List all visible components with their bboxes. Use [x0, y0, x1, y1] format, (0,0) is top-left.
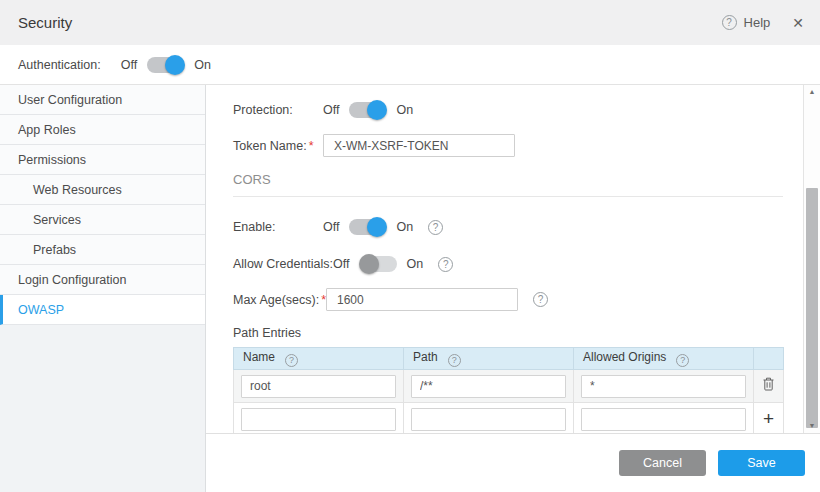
column-header-allowed-origins: Allowed Origins?	[574, 348, 754, 370]
authentication-bar: Authentication: Off On	[0, 45, 820, 85]
scrollbar-thumb[interactable]	[806, 188, 818, 428]
security-dialog: Security ? Help ✕ Authentication: Off On…	[0, 0, 820, 492]
token-name-label: Token Name:*	[233, 139, 323, 153]
delete-row-button[interactable]	[762, 377, 775, 391]
path-entries-table: Name? Path? Allowed Origins?	[233, 347, 784, 433]
sidebar-item-web-resources[interactable]: Web Resources	[0, 175, 205, 205]
table-row	[234, 370, 784, 403]
enable-label: Enable:	[233, 220, 323, 234]
plus-icon: +	[763, 408, 774, 429]
allow-credentials-off-label: Off	[333, 257, 349, 271]
allow-credentials-toggle-group: Off On	[333, 256, 423, 272]
allow-credentials-help-icon[interactable]: ?	[438, 257, 453, 272]
sidebar-item-label: Web Resources	[33, 183, 122, 197]
scroll-down-arrow-icon[interactable]: ▼	[804, 421, 820, 431]
max-age-label-text: Max Age(secs):	[233, 293, 319, 307]
column-header-label: Name	[243, 350, 275, 364]
column-header-label: Path	[413, 350, 438, 364]
enable-help-icon[interactable]: ?	[428, 220, 443, 235]
dialog-header: Security ? Help ✕	[0, 0, 820, 45]
row2-name-input[interactable]	[241, 408, 396, 431]
authentication-label: Authentication:	[18, 58, 101, 72]
toggle-knob	[165, 55, 185, 75]
path-help-icon[interactable]: ?	[448, 354, 461, 367]
save-button[interactable]: Save	[718, 450, 805, 476]
scroll-up-arrow-icon[interactable]: ▲	[804, 87, 820, 97]
sidebar-item-login-configuration[interactable]: Login Configuration	[0, 265, 205, 295]
sidebar-item-label: Services	[33, 213, 81, 227]
token-name-label-text: Token Name:	[233, 139, 307, 153]
column-header-name: Name?	[234, 348, 404, 370]
close-icon[interactable]: ✕	[792, 15, 804, 31]
sidebar-item-label: Permissions	[18, 153, 86, 167]
row1-name-input[interactable]	[241, 375, 396, 398]
max-age-help-icon[interactable]: ?	[533, 292, 548, 307]
authentication-toggle[interactable]	[147, 57, 184, 73]
sidebar-item-label: App Roles	[18, 123, 76, 137]
authentication-off-label: Off	[121, 58, 137, 72]
sidebar-item-label: User Configuration	[18, 93, 122, 107]
path-entries-label: Path Entries	[233, 326, 785, 340]
cancel-button[interactable]: Cancel	[619, 450, 706, 476]
column-header-label: Allowed Origins	[583, 350, 666, 364]
page-title: Security	[18, 14, 72, 31]
trash-icon	[762, 377, 775, 391]
protection-toggle-group: Off On	[323, 102, 413, 118]
table-row: +	[234, 403, 784, 434]
owasp-settings-panel: Protection: Off On Token Name:* CORS	[206, 85, 803, 433]
vertical-scrollbar[interactable]: ▲ ▼	[803, 85, 820, 433]
protection-off-label: Off	[323, 103, 339, 117]
row2-origins-input[interactable]	[581, 408, 746, 431]
sidebar-item-app-roles[interactable]: App Roles	[0, 115, 205, 145]
header-actions: ? Help ✕	[722, 15, 804, 31]
sidebar-item-label: Login Configuration	[18, 273, 126, 287]
allow-credentials-toggle[interactable]	[360, 256, 397, 272]
protection-label: Protection:	[233, 103, 323, 117]
help-link[interactable]: Help	[744, 15, 771, 30]
allowed-origins-help-icon[interactable]: ?	[676, 354, 689, 367]
toggle-knob	[359, 254, 379, 274]
enable-toggle-group: Off On	[323, 219, 413, 235]
toggle-knob	[367, 217, 387, 237]
add-row-button[interactable]: +	[763, 409, 774, 428]
name-help-icon[interactable]: ?	[285, 354, 298, 367]
sidebar-item-permissions[interactable]: Permissions	[0, 145, 205, 175]
sidebar-item-prefabs[interactable]: Prefabs	[0, 235, 205, 265]
protection-toggle[interactable]	[349, 102, 386, 118]
authentication-on-label: On	[194, 58, 211, 72]
help-icon[interactable]: ?	[722, 15, 737, 30]
dialog-footer: Cancel Save	[206, 433, 820, 492]
allow-credentials-label: Allow Credentials:	[233, 257, 333, 271]
toggle-knob	[367, 100, 387, 120]
required-asterisk: *	[309, 139, 314, 153]
row1-path-input[interactable]	[411, 375, 566, 398]
sidebar-item-services[interactable]: Services	[0, 205, 205, 235]
enable-on-label: On	[396, 220, 413, 234]
enable-off-label: Off	[323, 220, 339, 234]
max-age-label: Max Age(secs):*	[233, 293, 326, 307]
authentication-toggle-group: Off On	[121, 57, 211, 73]
row2-path-input[interactable]	[411, 408, 566, 431]
column-header-actions	[754, 348, 784, 370]
max-age-input[interactable]	[326, 288, 518, 311]
row1-origins-input[interactable]	[581, 375, 746, 398]
column-header-path: Path?	[404, 348, 574, 370]
sidebar: User Configuration App Roles Permissions…	[0, 85, 206, 492]
token-name-input[interactable]	[323, 134, 515, 157]
cors-section-heading: CORS	[233, 172, 783, 197]
sidebar-item-label: OWASP	[18, 303, 64, 317]
sidebar-item-user-configuration[interactable]: User Configuration	[0, 85, 205, 115]
enable-toggle[interactable]	[349, 219, 386, 235]
sidebar-item-label: Prefabs	[33, 243, 76, 257]
sidebar-item-owasp[interactable]: OWASP	[0, 295, 205, 325]
allow-credentials-on-label: On	[407, 257, 424, 271]
protection-on-label: On	[396, 103, 413, 117]
table-header-row: Name? Path? Allowed Origins?	[234, 348, 784, 370]
